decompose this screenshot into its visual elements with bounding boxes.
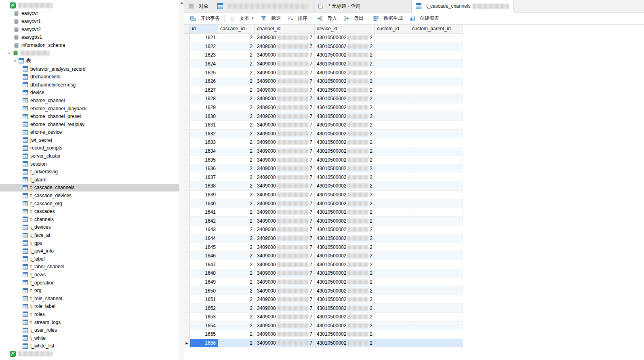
table-row[interactable]: 1654234090007430105000022: [184, 322, 463, 331]
cell-cascade-id[interactable]: 2: [218, 130, 255, 139]
cell-custom-id[interactable]: [375, 182, 410, 191]
tree-table-session[interactable]: session: [0, 160, 179, 168]
cell-device-id[interactable]: 430105000022: [315, 295, 375, 304]
cell-channel-id[interactable]: 34090007: [255, 112, 315, 121]
cell-id[interactable]: 1651: [190, 295, 218, 304]
cell-custom-parent-id[interactable]: [410, 34, 463, 42]
cell-cascade-id[interactable]: 2: [218, 95, 255, 103]
cell-channel-id[interactable]: 34090007: [255, 34, 315, 42]
cell-cascade-id[interactable]: 2: [218, 121, 255, 130]
column-header-device-id[interactable]: device_id: [315, 25, 375, 33]
text-view-button[interactable]: 文本 ▼: [226, 14, 257, 23]
cell-custom-parent-id[interactable]: [410, 278, 463, 287]
table-row[interactable]: 1646234090007430105000022: [184, 252, 463, 261]
cell-cascade-id[interactable]: 2: [218, 68, 255, 77]
cell-channel-id[interactable]: 34090007: [255, 234, 315, 243]
cell-id[interactable]: 1656: [190, 339, 218, 348]
table-row[interactable]: 1627234090007430105000022: [184, 86, 463, 95]
cell-id[interactable]: 1638: [190, 182, 218, 191]
cell-custom-parent-id[interactable]: [410, 199, 463, 208]
cell-channel-id[interactable]: 34090007: [255, 330, 315, 339]
cell-cascade-id[interactable]: 2: [218, 191, 255, 200]
tree-table-t_ipv4_info[interactable]: t_ipv4_info: [0, 247, 179, 255]
cell-id[interactable]: 1628: [190, 95, 218, 103]
tree-table-ehome_channel[interactable]: ehome_channel: [0, 97, 179, 105]
cell-device-id[interactable]: 430105000022: [315, 252, 375, 261]
table-row[interactable]: 1622234090007430105000022: [184, 42, 463, 51]
cell-custom-id[interactable]: [375, 217, 410, 225]
cell-custom-id[interactable]: [375, 191, 410, 200]
cell-channel-id[interactable]: 34090007: [255, 173, 315, 182]
cell-custom-parent-id[interactable]: [410, 51, 463, 60]
cell-channel-id[interactable]: 34090007: [255, 156, 315, 164]
cell-custom-parent-id[interactable]: [410, 286, 463, 295]
cell-channel-id[interactable]: 34090007: [255, 225, 315, 234]
cell-custom-parent-id[interactable]: [410, 191, 463, 200]
export-button[interactable]: 导出: [340, 14, 367, 23]
cell-cascade-id[interactable]: 2: [218, 182, 255, 191]
column-header-custom-parent-id[interactable]: custom_parent_id: [410, 25, 463, 33]
cell-channel-id[interactable]: 34090007: [255, 182, 315, 191]
cell-device-id[interactable]: 430105000022: [315, 42, 375, 51]
cell-channel-id[interactable]: 34090007: [255, 278, 315, 287]
cell-device-id[interactable]: 430105000022: [315, 173, 375, 182]
cell-custom-id[interactable]: [375, 330, 410, 339]
cell-cascade-id[interactable]: 2: [218, 51, 255, 60]
cell-custom-parent-id[interactable]: [410, 60, 463, 69]
tree-table-t_white[interactable]: t_white: [0, 334, 179, 342]
tree-table-t_operation[interactable]: t_operation: [0, 279, 179, 287]
tree-table-t_face_ai[interactable]: t_face_ai: [0, 231, 179, 239]
data-generation-button[interactable]: 数据生成: [370, 14, 406, 23]
cell-id[interactable]: 1650: [190, 286, 218, 295]
cell-channel-id[interactable]: 34090007: [255, 269, 315, 278]
cell-custom-parent-id[interactable]: [410, 234, 463, 243]
tree-table-t_user_roles[interactable]: t_user_roles: [0, 326, 179, 334]
cell-id[interactable]: 1642: [190, 217, 218, 225]
cell-device-id[interactable]: 430105000022: [315, 156, 375, 164]
cell-device-id[interactable]: 430105000022: [315, 121, 375, 130]
cell-custom-id[interactable]: [375, 269, 410, 278]
tree-table-ehome_channel_preset[interactable]: ehome_channel_preset: [0, 112, 179, 120]
cell-id[interactable]: 1630: [190, 112, 218, 121]
cell-custom-parent-id[interactable]: [410, 121, 463, 130]
tree-table-t_cascade_channels[interactable]: t_cascade_channels: [0, 184, 179, 192]
table-row[interactable]: 1647234090007430105000022: [184, 260, 463, 269]
cell-cascade-id[interactable]: 2: [218, 112, 255, 121]
cell-device-id[interactable]: 430105000022: [315, 86, 375, 95]
cell-id[interactable]: 1653: [190, 313, 218, 322]
cell-custom-parent-id[interactable]: [410, 330, 463, 339]
filter-button[interactable]: 筛选: [257, 14, 284, 23]
cell-custom-parent-id[interactable]: [410, 138, 463, 147]
table-row[interactable]: 1630234090007430105000022: [184, 112, 463, 121]
cell-id[interactable]: 1640: [190, 199, 218, 208]
cell-custom-id[interactable]: [375, 339, 410, 348]
cell-device-id[interactable]: 430105000022: [315, 313, 375, 322]
begin-transaction-button[interactable]: 开始事务: [187, 14, 223, 23]
cell-channel-id[interactable]: 34090007: [255, 130, 315, 139]
cell-device-id[interactable]: 430105000022: [315, 103, 375, 112]
cell-custom-parent-id[interactable]: [410, 103, 463, 112]
table-row[interactable]: 1621234090007430105000022: [184, 34, 463, 42]
cell-custom-parent-id[interactable]: [410, 130, 463, 139]
cell-custom-parent-id[interactable]: [410, 42, 463, 51]
cell-cascade-id[interactable]: 2: [218, 42, 255, 51]
cell-id[interactable]: 1622: [190, 42, 218, 51]
cell-cascade-id[interactable]: 2: [218, 173, 255, 182]
cell-cascade-id[interactable]: 2: [218, 295, 255, 304]
cell-channel-id[interactable]: 34090007: [255, 191, 315, 200]
cell-id[interactable]: 1644: [190, 234, 218, 243]
cell-custom-parent-id[interactable]: [410, 217, 463, 225]
cell-device-id[interactable]: 430105000022: [315, 147, 375, 156]
cell-custom-id[interactable]: [375, 243, 410, 252]
table-row[interactable]: 1648234090007430105000022: [184, 269, 463, 278]
cell-custom-id[interactable]: [375, 225, 410, 234]
cell-channel-id[interactable]: 34090007: [255, 286, 315, 295]
tree-table-t_alarm[interactable]: t_alarm: [0, 176, 179, 184]
cell-device-id[interactable]: 430105000022: [315, 269, 375, 278]
table-row[interactable]: 1626234090007430105000022: [184, 77, 463, 86]
cell-channel-id[interactable]: 34090007: [255, 339, 315, 348]
cell-device-id[interactable]: 430105000022: [315, 217, 375, 225]
tree-table-jwt_secret[interactable]: jwt_secret: [0, 136, 179, 144]
cell-device-id[interactable]: 430105000022: [315, 138, 375, 147]
cell-custom-parent-id[interactable]: [410, 208, 463, 217]
